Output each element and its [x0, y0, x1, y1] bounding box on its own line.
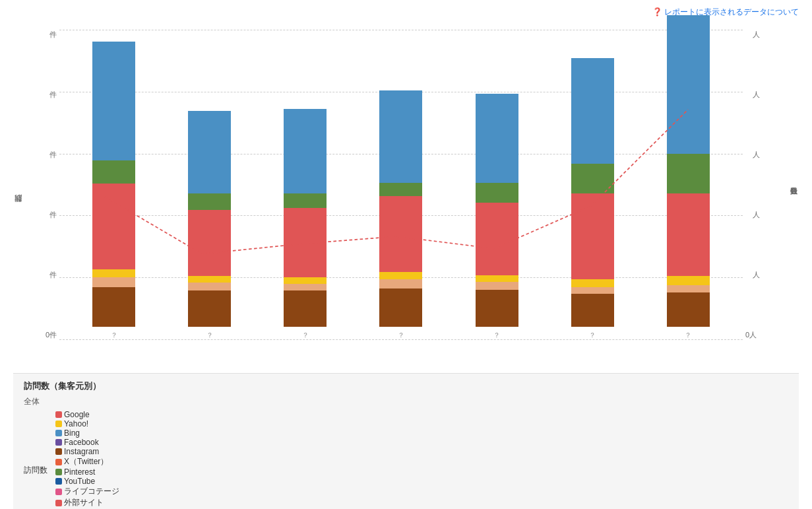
bar-segment — [571, 279, 614, 287]
y-axis-right: 人 人 人 人 人 0人 — [743, 23, 789, 366]
bar-group: ？ — [456, 94, 537, 340]
bar-segment — [284, 109, 327, 193]
legend-item-label: YouTube — [64, 477, 95, 486]
bar-segment — [571, 294, 614, 327]
bar-segment — [379, 288, 422, 327]
bar-segment — [476, 94, 518, 183]
legend-color-dot — [55, 478, 62, 485]
bar-stack — [284, 109, 327, 327]
bar-segment — [379, 279, 422, 288]
bar-group: ？ — [361, 90, 441, 340]
bar-segment — [379, 183, 422, 196]
bar-group: ？ — [552, 58, 633, 340]
legend-item-label: X（Twitter） — [64, 456, 108, 467]
chart-area: 訪問数 件 件 件 件 件 0件 ？？？？？？？ — [13, 23, 799, 366]
bar-segment — [667, 292, 710, 327]
bar-label: ？ — [685, 331, 691, 340]
bar-segment — [284, 277, 327, 284]
legend-title: 訪問数（集客元別） — [24, 380, 788, 392]
bar-segment — [571, 287, 614, 294]
left-axis-title: 訪問数 — [13, 23, 23, 366]
bar-label: ？ — [493, 331, 500, 340]
bar-segment — [92, 42, 135, 160]
bar-segment — [476, 275, 518, 282]
legend-item-label: 外部サイト — [64, 497, 104, 508]
bar-segment — [188, 276, 231, 283]
bar-label: ？ — [398, 331, 404, 340]
legend-item-label: ライブコテージ — [64, 486, 119, 497]
legend-item-label: Bing — [64, 428, 80, 438]
bar-segment — [379, 90, 422, 183]
bar-segment — [476, 183, 518, 203]
legend-item-label: Pinterest — [64, 467, 95, 477]
legend-color-dot — [55, 469, 62, 475]
legend-item-label: Facebook — [64, 438, 99, 447]
legend-color-dot — [55, 439, 62, 446]
legend-color-dot — [55, 489, 62, 495]
legend-section: 訪問数（集客元別） 全体 訪問数 GoogleYahoo!BingFaceboo… — [13, 373, 799, 509]
bar-segment — [476, 290, 518, 327]
bars-container: ？？？？？？？ — [59, 30, 743, 340]
chart-content: ？？？？？？？ — [59, 23, 743, 366]
legend-item[interactable]: Google — [55, 410, 119, 419]
bar-segment — [92, 184, 135, 269]
right-axis-title: 会員登録数 — [789, 23, 799, 366]
legend-item[interactable]: Instagram — [55, 447, 119, 456]
bar-group: ？ — [265, 109, 346, 340]
bar-segment — [188, 111, 231, 193]
bar-stack — [667, 15, 710, 327]
bar-segment — [667, 276, 710, 285]
legend-item-label: Yahoo! — [64, 419, 88, 428]
legend-item-label: Instagram — [64, 447, 99, 456]
legend-item[interactable]: 外部サイト — [55, 497, 119, 508]
bar-segment — [284, 284, 327, 290]
bar-segment — [667, 154, 710, 193]
bar-segment — [284, 208, 327, 277]
legend-color-dot — [55, 459, 62, 465]
legend-color-dot — [55, 421, 62, 427]
bar-stack — [379, 90, 422, 327]
bar-segment — [284, 290, 327, 327]
bar-stack — [476, 94, 518, 327]
bar-segment — [188, 283, 231, 290]
bar-segment — [571, 164, 614, 193]
bar-segment — [667, 15, 710, 154]
bar-segment — [571, 58, 614, 164]
legend-item[interactable]: ライブコテージ — [55, 486, 119, 497]
legend-color-dot — [55, 500, 62, 506]
bar-segment — [92, 269, 135, 277]
bar-stack — [92, 42, 135, 327]
bar-segment — [476, 203, 518, 275]
bar-segment — [571, 193, 614, 279]
bar-label: ？ — [206, 331, 213, 340]
legend-item[interactable]: Bing — [55, 428, 119, 438]
y-axis-left: 件 件 件 件 件 0件 — [23, 23, 59, 366]
bar-label: ？ — [589, 331, 596, 340]
bar-segment — [284, 193, 327, 208]
bar-label: ？ — [111, 331, 117, 340]
legend-items-container: GoogleYahoo!BingFacebookInstagramX（Twitt… — [55, 410, 126, 509]
bar-segment — [92, 160, 135, 184]
legend-item[interactable]: Facebook — [55, 438, 119, 447]
bar-segment — [667, 285, 710, 292]
legend-item-label: Google — [64, 410, 90, 419]
legend-color-dot — [55, 430, 62, 436]
bar-group: ？ — [648, 15, 728, 340]
legend-item[interactable]: X（Twitter） — [55, 456, 119, 467]
bar-segment — [92, 287, 135, 327]
bar-group: ？ — [170, 111, 250, 340]
legend-item[interactable]: Yahoo! — [55, 419, 119, 428]
bar-label: ？ — [302, 331, 309, 340]
bar-segment — [379, 196, 422, 272]
bar-segment — [188, 290, 231, 327]
legend-prefix: 訪問数 — [24, 465, 47, 476]
legend-item[interactable]: YouTube — [55, 477, 119, 486]
bar-segment — [92, 277, 135, 287]
bar-stack — [571, 58, 614, 327]
legend-subtitle: 全体 — [24, 396, 788, 407]
bar-stack — [188, 111, 231, 327]
legend-item[interactable]: Pinterest — [55, 467, 119, 477]
bar-segment — [188, 193, 231, 210]
bar-segment — [188, 210, 231, 276]
legend-color-dot — [55, 411, 62, 418]
